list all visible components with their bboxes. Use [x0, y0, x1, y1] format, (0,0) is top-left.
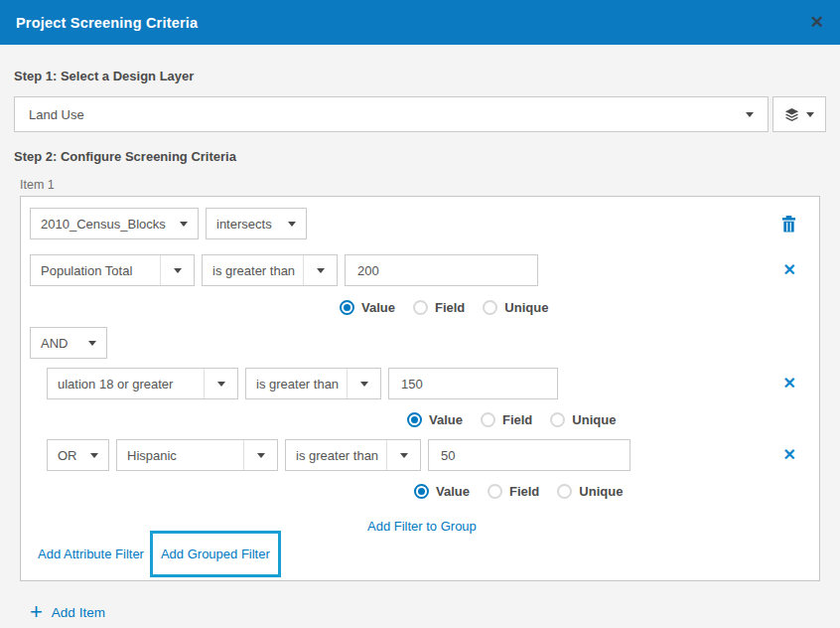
spatial-relation-value: intersects [207, 217, 288, 232]
layer-options-button[interactable] [772, 96, 826, 132]
chevron-down-icon [746, 112, 754, 117]
chevron-down-icon [257, 453, 265, 458]
design-layer-row: Land Use [14, 96, 826, 132]
radio-unique[interactable]: Unique [550, 412, 616, 427]
step1-label: Step 1: Select a Design Layer [14, 69, 826, 84]
filter-1-operator-row: AND [30, 327, 810, 359]
add-grouped-filter-highlight: Add Grouped Filter [150, 531, 281, 577]
design-layer-value: Land Use [29, 107, 84, 122]
filter-1-condition-select[interactable]: is greater than [245, 368, 381, 399]
add-grouped-filter-link[interactable]: Add Grouped Filter [161, 548, 270, 560]
radio-unselected-icon [483, 300, 497, 315]
filter-1-operator-value: AND [31, 336, 88, 351]
layer-relation-row: 2010_Census_Blocks intersects [30, 208, 810, 239]
chevron-down-icon [360, 382, 368, 387]
filter-0-field-value: Population Total [31, 263, 160, 278]
radio-selected-icon [407, 412, 422, 427]
filter-1-operator-select[interactable]: AND [30, 327, 107, 359]
radio-unselected-icon [413, 300, 428, 315]
filter-0-condition-value: is greater than [203, 263, 303, 278]
radio-value[interactable]: Value [407, 412, 463, 427]
radio-unique[interactable]: Unique [483, 300, 548, 315]
plus-icon: + [30, 603, 43, 621]
x-icon: ✕ [783, 447, 796, 463]
delete-item-button[interactable] [781, 216, 796, 233]
add-item-label: Add Item [52, 606, 105, 619]
radio-value[interactable]: Value [340, 300, 395, 315]
radio-value[interactable]: Value [414, 484, 470, 499]
chevron-down-icon [288, 222, 296, 227]
chevron-down-icon [88, 341, 96, 346]
add-filter-to-group-link[interactable]: Add Filter to Group [367, 519, 477, 534]
close-icon[interactable]: ✕ [810, 14, 824, 31]
x-icon: ✕ [783, 376, 796, 392]
add-item-button[interactable]: + Add Item [30, 603, 826, 621]
remove-filter-1-button[interactable]: ✕ [783, 376, 796, 392]
filter-2-condition-value: is greater than [286, 448, 386, 463]
radio-unselected-icon [481, 412, 495, 427]
x-icon: ✕ [783, 262, 796, 278]
filter-1-field-value: ulation 18 or greater [48, 377, 204, 392]
filter-0-mode-radios: Value Field Unique [340, 300, 810, 315]
chevron-down-icon [400, 453, 408, 458]
item-label: Item 1 [20, 179, 826, 192]
radio-unselected-icon [488, 484, 502, 499]
radio-field[interactable]: Field [413, 300, 465, 315]
add-filter-to-group-row: Add Filter to Group [367, 517, 810, 530]
layers-icon [784, 107, 799, 122]
project-screening-criteria-dialog: Project Screening Criteria ✕ Step 1: Sel… [0, 0, 840, 621]
filter-1-mode-radios: Value Field Unique [407, 412, 810, 427]
filter-0-condition-select[interactable]: is greater than [202, 254, 338, 286]
filter-1-condition-value: is greater than [246, 377, 347, 392]
filter-0-value-input[interactable] [345, 254, 538, 286]
dialog-body: Step 1: Select a Design Layer Land Use S… [0, 45, 840, 621]
filter-1-field-select[interactable]: ulation 18 or greater [47, 368, 238, 399]
filter-0-field-select[interactable]: Population Total [30, 254, 195, 286]
chevron-down-icon [806, 112, 814, 117]
filter-row-1: ulation 18 or greater is greater than ✕ [47, 368, 810, 399]
radio-unselected-icon [550, 412, 565, 427]
filter-2-operator-select[interactable]: OR [47, 439, 109, 471]
filter-1-value-input[interactable] [388, 368, 558, 399]
filter-row-2: OR Hispanic is greater than ✕ [47, 439, 810, 471]
remove-filter-0-button[interactable]: ✕ [783, 262, 796, 278]
filter-2-field-value: Hispanic [117, 448, 243, 463]
chevron-down-icon [90, 453, 98, 458]
dialog-header: Project Screening Criteria ✕ [0, 0, 840, 45]
add-attribute-filter-link[interactable]: Add Attribute Filter [38, 548, 144, 560]
filter-2-value-input[interactable] [428, 439, 630, 471]
radio-field[interactable]: Field [481, 412, 532, 427]
filter-2-operator-value: OR [48, 448, 90, 463]
remove-filter-2-button[interactable]: ✕ [783, 447, 796, 463]
chevron-down-icon [180, 222, 188, 227]
step2-label: Step 2: Configure Screening Criteria [14, 149, 826, 165]
chevron-down-icon [317, 268, 325, 273]
radio-selected-icon [340, 300, 354, 315]
chevron-down-icon [217, 382, 225, 387]
radio-unique[interactable]: Unique [557, 484, 623, 499]
screening-item-panel: 2010_Census_Blocks intersects [20, 196, 820, 581]
item-layer-select[interactable]: 2010_Census_Blocks [30, 208, 199, 239]
radio-selected-icon [414, 484, 429, 499]
filter-row-0: Population Total is greater than ✕ [30, 254, 810, 286]
filter-2-condition-select[interactable]: is greater than [285, 439, 421, 471]
chevron-down-icon [174, 268, 182, 273]
radio-field[interactable]: Field [488, 484, 539, 499]
filter-2-mode-radios: Value Field Unique [414, 484, 810, 499]
filter-actions-row: Add Attribute Filter Add Grouped Filter [30, 531, 810, 577]
filter-2-field-select[interactable]: Hispanic [116, 439, 278, 471]
dialog-title: Project Screening Criteria [16, 15, 198, 31]
spatial-relation-select[interactable]: intersects [206, 208, 307, 239]
trash-icon [781, 216, 796, 233]
radio-unselected-icon [557, 484, 572, 499]
design-layer-select[interactable]: Land Use [14, 96, 769, 132]
item-layer-value: 2010_Census_Blocks [31, 217, 180, 232]
